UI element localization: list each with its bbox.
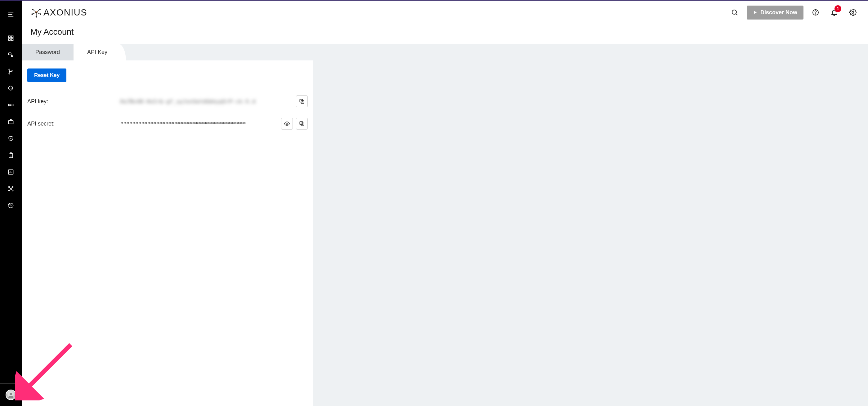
tab-label: API Key (87, 49, 107, 56)
brand-name: AXONIUS (43, 7, 87, 18)
content-area: Reset Key API key: Hu7Bv48-HoIr&-gf_uyJx… (22, 61, 868, 406)
topbar: AXONIUS Discover Now (22, 1, 868, 24)
svg-marker-49 (754, 11, 756, 14)
reveal-api-secret-button[interactable] (281, 118, 293, 130)
svg-line-48 (736, 14, 737, 15)
svg-point-55 (286, 123, 288, 125)
svg-rect-3 (9, 36, 10, 38)
reset-key-button[interactable]: Reset Key (27, 68, 66, 82)
svg-rect-5 (9, 39, 10, 41)
api-key-row: API key: Hu7Bv48-HoIr&-gf_uyJxnSetdGbkyq… (27, 95, 308, 107)
help-icon (812, 9, 819, 16)
copy-api-secret-button[interactable] (296, 118, 308, 130)
svg-rect-14 (9, 121, 13, 124)
tab-api-key[interactable]: API Key (73, 44, 126, 61)
avatar-icon (6, 390, 16, 400)
svg-line-44 (32, 12, 36, 14)
page-header: My Account (22, 24, 868, 44)
brand-mark-icon (30, 6, 42, 18)
svg-line-32 (11, 189, 12, 190)
copy-icon (299, 98, 305, 104)
svg-point-15 (10, 138, 11, 139)
clipboard-icon (8, 152, 14, 158)
help-button[interactable] (809, 6, 822, 19)
svg-rect-4 (11, 36, 13, 38)
nav-history[interactable] (0, 197, 22, 214)
history-icon (8, 202, 14, 209)
discover-label: Discover Now (761, 9, 797, 16)
search-button[interactable] (728, 6, 741, 19)
nav-account[interactable] (0, 385, 22, 404)
search-icon (731, 9, 738, 16)
nav-nodes[interactable] (0, 180, 22, 197)
nav-users[interactable] (0, 46, 22, 63)
api-key-panel: Reset Key API key: Hu7Bv48-HoIr&-gf_uyJx… (22, 61, 313, 406)
svg-point-10 (9, 73, 10, 74)
gear-icon (849, 9, 857, 16)
svg-point-12 (9, 86, 13, 90)
nav-reports[interactable] (0, 147, 22, 164)
play-icon (753, 10, 757, 14)
svg-rect-6 (11, 39, 13, 41)
circle-search-icon (8, 85, 14, 92)
svg-point-9 (9, 69, 10, 70)
nav-signals[interactable] (0, 97, 22, 113)
tabs: Password API Key (22, 44, 868, 61)
svg-point-47 (732, 10, 737, 14)
brand-logo[interactable]: AXONIUS (30, 6, 87, 18)
notification-badge: 1 (835, 5, 841, 12)
settings-button[interactable] (846, 6, 859, 19)
notifications-button[interactable]: 1 (828, 6, 841, 19)
nav-security[interactable] (0, 130, 22, 147)
left-nav (0, 1, 22, 406)
svg-line-43 (36, 10, 40, 13)
broadcast-icon (7, 102, 14, 108)
nav-toggle-menu[interactable] (0, 6, 22, 23)
eye-icon (284, 121, 290, 127)
svg-point-51 (815, 14, 816, 14)
nav-divider (0, 383, 22, 384)
api-secret-value: ****************************************… (120, 121, 246, 127)
briefcase-icon (8, 119, 14, 125)
api-key-value: Hu7Bv48-HoIr&-gf_uyJxnSetdGbkyq5rP-ck-X.… (120, 99, 256, 104)
api-key-label: API key: (27, 98, 120, 105)
nav-branches[interactable] (0, 63, 22, 80)
svg-line-30 (11, 187, 12, 188)
svg-point-24 (9, 187, 10, 188)
menu-icon (7, 11, 14, 18)
svg-line-45 (36, 12, 40, 14)
api-secret-label: API secret: (27, 121, 120, 127)
git-branch-icon (8, 68, 14, 75)
nav-search[interactable] (0, 80, 22, 97)
svg-line-29 (9, 187, 10, 188)
copy-icon (299, 121, 305, 127)
shield-icon (8, 135, 14, 142)
svg-point-26 (9, 190, 10, 191)
nodes-icon (8, 185, 14, 192)
svg-point-13 (10, 105, 11, 106)
tab-label: Password (35, 49, 60, 56)
svg-rect-7 (9, 53, 11, 55)
svg-point-33 (10, 393, 12, 395)
copy-api-key-button[interactable] (296, 96, 308, 107)
bar-chart-icon (8, 169, 14, 175)
svg-point-25 (12, 187, 13, 188)
svg-line-31 (9, 189, 10, 190)
nav-briefcase[interactable] (0, 113, 22, 130)
svg-point-27 (12, 190, 13, 191)
page-title: My Account (30, 27, 859, 37)
user-link-icon (8, 52, 14, 58)
svg-point-28 (10, 188, 11, 189)
api-secret-row: API secret: ****************************… (27, 117, 308, 130)
nav-dashboard[interactable] (0, 30, 22, 46)
nav-analytics[interactable] (0, 164, 22, 180)
tab-password[interactable]: Password (22, 44, 73, 61)
grid-icon (8, 35, 14, 41)
discover-now-button[interactable]: Discover Now (747, 6, 804, 20)
svg-point-52 (852, 11, 854, 13)
svg-line-42 (33, 10, 36, 13)
